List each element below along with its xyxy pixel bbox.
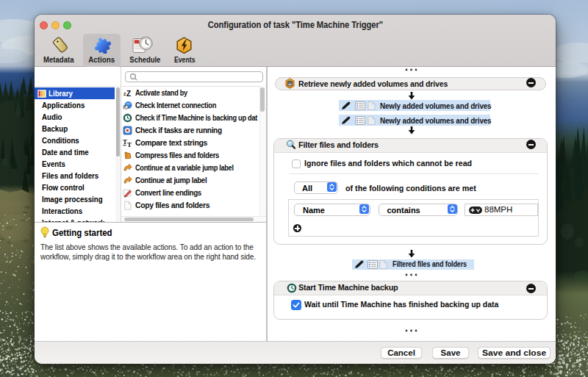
svg-text:T: T <box>127 141 132 148</box>
svg-text:Z: Z <box>126 90 131 98</box>
